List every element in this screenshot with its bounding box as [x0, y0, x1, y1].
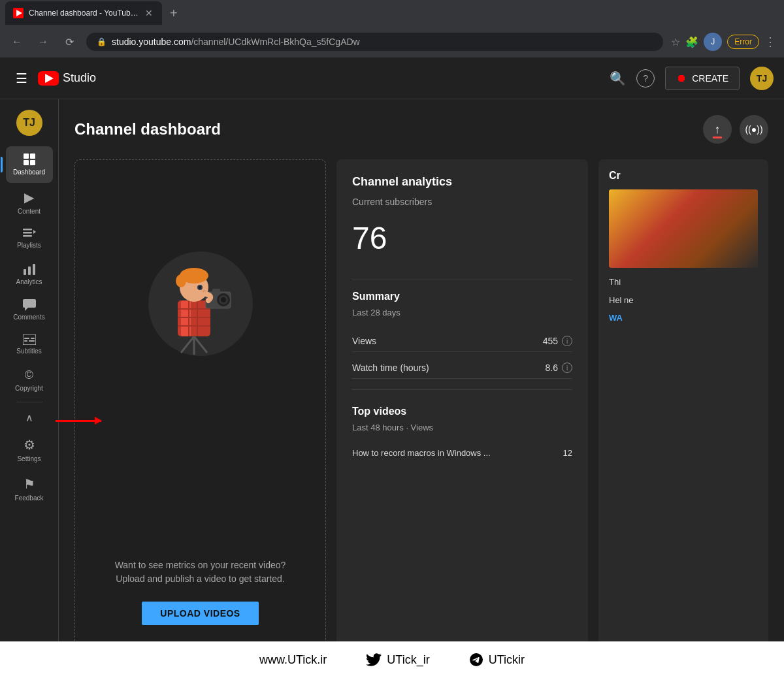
user-avatar-btn[interactable]: TJ — [750, 67, 774, 90]
right-card-thumbnail — [609, 189, 758, 268]
browser-profile-btn[interactable]: J — [704, 33, 722, 51]
hamburger-menu-btn[interactable]: ☰ — [10, 65, 33, 91]
sidebar-playlists-label: Playlists — [17, 242, 41, 250]
subscribers-count: 76 — [352, 220, 572, 256]
watchtime-metric-row: Watch time (hours) 8.6 i — [352, 357, 572, 379]
address-input[interactable]: 🔒 studio.youtube.com/channel/UCdkWmRcl-B… — [86, 33, 663, 51]
svg-marker-12 — [25, 308, 28, 311]
svg-rect-9 — [28, 266, 31, 275]
views-metric-row: Views 455 i — [352, 331, 572, 352]
recent-video-description: Want to see metrics on your recent video… — [115, 558, 286, 586]
comments-icon — [23, 299, 36, 311]
svg-rect-15 — [31, 338, 35, 339]
analytics-divider-1 — [352, 280, 572, 280]
watermark-telegram-text: UTickir — [489, 653, 525, 667]
main-layout: TJ Dashboard ▶ Content — [0, 99, 784, 662]
help-btn[interactable]: ? — [636, 69, 655, 88]
svg-rect-16 — [24, 340, 27, 342]
sidebar-item-collapse[interactable]: ∧ — [6, 405, 53, 430]
youtube-studio-app: ☰ Studio 🔍 ? ⏺ CREATE TJ TJ — [0, 57, 784, 678]
svg-rect-0 — [24, 153, 29, 159]
svg-rect-17 — [29, 340, 35, 342]
watch-link[interactable]: WA — [609, 313, 623, 323]
extensions-icon[interactable]: 🧩 — [685, 36, 698, 48]
content-icon: ▶ — [24, 189, 34, 205]
tab-favicon — [13, 8, 24, 18]
svg-rect-2 — [24, 160, 29, 165]
refresh-btn[interactable]: ⟳ — [60, 33, 78, 51]
create-btn[interactable]: ⏺ CREATE — [665, 67, 740, 90]
watermark-twitter: UTick_ir — [366, 653, 429, 667]
watermark-twitter-text: UTick_ir — [387, 653, 429, 667]
address-bar: ← → ⟳ 🔒 studio.youtube.com/channel/UCdkW… — [0, 26, 784, 57]
svg-rect-1 — [30, 153, 35, 159]
live-action-btn[interactable]: ((●)) — [740, 115, 768, 144]
sidebar-item-playlists[interactable]: Playlists — [6, 222, 53, 256]
topbar: ☰ Studio 🔍 ? ⏺ CREATE TJ — [0, 57, 784, 99]
yt-logo[interactable]: Studio — [38, 71, 96, 86]
svg-point-30 — [199, 286, 201, 289]
tab-title: Channel dashboard - YouTube St... — [29, 8, 139, 18]
bookmark-icon[interactable]: ☆ — [671, 36, 680, 48]
sidebar-dashboard-label: Dashboard — [13, 169, 45, 176]
svg-rect-4 — [23, 229, 32, 231]
sidebar-item-feedback[interactable]: ⚑ Feedback — [6, 470, 53, 509]
analytics-icon — [23, 263, 36, 276]
sidebar-item-analytics[interactable]: Analytics — [6, 256, 53, 293]
browser-error-btn[interactable]: Error — [727, 35, 759, 49]
sidebar-item-comments[interactable]: Comments — [6, 293, 53, 328]
back-btn[interactable]: ← — [8, 33, 26, 51]
views-info-icon[interactable]: i — [562, 336, 572, 346]
page-title: Channel dashboard — [74, 120, 221, 138]
address-url: studio.youtube.com/channel/UCdkWmRcl-Bkh… — [112, 37, 360, 47]
svg-point-36 — [221, 297, 226, 302]
watermark-telegram: UTickir — [469, 653, 525, 667]
right-card-title: Cr — [609, 170, 758, 182]
sidebar-content-label: Content — [18, 208, 41, 216]
sidebar-item-content[interactable]: ▶ Content — [6, 183, 53, 222]
sidebar-item-copyright[interactable]: © Copyright — [6, 362, 53, 399]
tab-close-btn[interactable]: ✕ — [144, 8, 154, 18]
sidebar-item-dashboard[interactable]: Dashboard — [6, 146, 53, 183]
content-area: Channel dashboard ↑ ((●)) — [59, 99, 784, 662]
svg-rect-37 — [212, 289, 220, 293]
header-actions: ↑ ((●)) — [703, 115, 768, 144]
settings-icon: ⚙ — [24, 437, 35, 453]
new-tab-btn[interactable]: + — [165, 6, 183, 21]
youtube-icon — [38, 71, 59, 86]
svg-rect-14 — [24, 338, 29, 339]
sidebar-comments-label: Comments — [13, 314, 44, 321]
upload-action-btn[interactable]: ↑ — [703, 115, 732, 144]
sidebar-item-settings[interactable]: ⚙ Settings — [6, 430, 53, 470]
content-header: Channel dashboard ↑ ((●)) — [74, 115, 768, 144]
svg-rect-10 — [33, 264, 35, 275]
svg-rect-5 — [23, 232, 32, 234]
subscribers-label: Current subscribers — [352, 197, 572, 207]
dashboard-grid: Want to see metrics on your recent video… — [74, 159, 768, 647]
sidebar-item-subtitles[interactable]: Subtitles — [6, 328, 53, 362]
subtitles-icon — [23, 334, 36, 345]
watchtime-info-icon[interactable]: i — [562, 363, 572, 373]
topbar-right: 🔍 ? ⏺ CREATE TJ — [610, 67, 774, 90]
search-btn[interactable]: 🔍 — [610, 71, 626, 86]
analytics-title: Channel analytics — [352, 175, 572, 189]
upload-videos-btn[interactable]: UPLOAD VIDEOS — [142, 602, 258, 625]
copyright-icon: © — [25, 368, 33, 382]
sidebar-avatar[interactable]: TJ — [16, 110, 42, 136]
svg-rect-11 — [23, 299, 36, 308]
svg-rect-8 — [24, 269, 26, 275]
svg-marker-7 — [33, 230, 36, 234]
forward-btn[interactable]: → — [34, 33, 52, 51]
sidebar-settings-label: Settings — [17, 455, 41, 463]
play-triangle — [45, 74, 54, 83]
active-tab[interactable]: Channel dashboard - YouTube St... ✕ — [5, 1, 162, 25]
collapse-icon: ∧ — [25, 412, 33, 424]
views-label: Views — [352, 336, 376, 346]
svg-rect-6 — [23, 235, 32, 237]
live-broadcast-icon: ((●)) — [745, 124, 762, 135]
address-right-actions: ☆ 🧩 J Error ⋮ — [671, 33, 776, 51]
sidebar-subtitles-label: Subtitles — [16, 347, 41, 355]
upload-arrow-icon: ↑ — [715, 123, 721, 137]
browser-menu-btn[interactable]: ⋮ — [764, 35, 776, 49]
top-video-row: How to record macros in Windows ... 12 — [352, 443, 572, 463]
